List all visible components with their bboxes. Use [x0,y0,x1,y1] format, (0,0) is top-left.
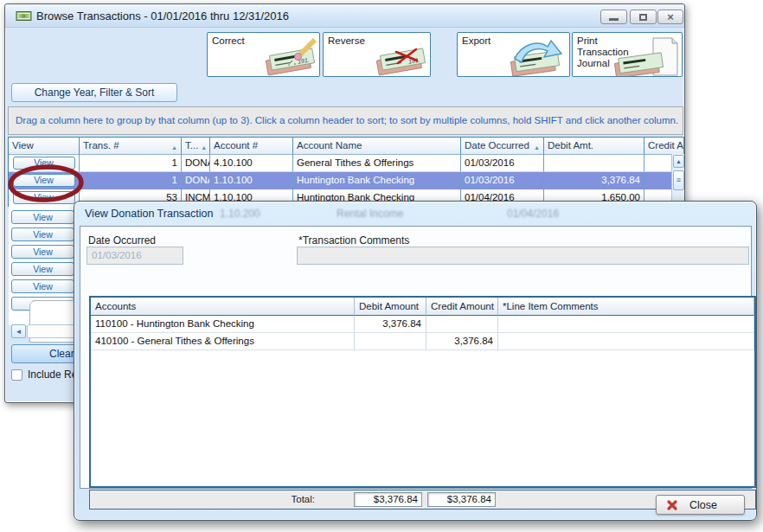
correct-icon: 191. [239,36,318,76]
table-row: 110100 - Huntington Bank Checking 3,376.… [91,316,754,333]
transactions-grid: View Trans. #▲ T...▲ Account # Account N… [8,137,684,207]
cell-comment [498,316,754,333]
dialog-title: View Donation Transaction [85,208,213,220]
screen: Browse Transactions - 01/01/2016 thru 12… [0,0,763,532]
reverse-icon: 191. [349,36,429,76]
scroll-up-button[interactable]: ▲ [673,155,684,168]
cell-date: 01/03/2016 [461,172,544,189]
total-label: Total: [246,494,315,504]
cell-debit: 3,376.84 [548,175,640,185]
cell-trans: 1 [83,157,177,168]
horizontal-scrollbar[interactable] [27,324,80,338]
transaction-comments-field [297,247,749,265]
close-window-button[interactable]: × [657,10,683,24]
cell-type: DONA [182,172,210,189]
export-button[interactable]: Export [457,32,570,77]
view-donation-transaction-dialog: View Donation Transaction 1.10.200 Renta… [74,201,757,521]
scroll-left-button[interactable]: ◄ [11,324,26,338]
close-x-icon [666,499,678,511]
column-header-line-item-comments[interactable]: *Line Item Comments [498,298,754,316]
cell-type: DONA [182,155,210,172]
line-items-table: Accounts Debit Amount Credit Amount *Lin… [89,296,756,488]
group-by-hint: Drag a column here to group by that colu… [9,107,683,125]
change-year-filter-sort-button[interactable]: Change Year, Filter & Sort [11,83,177,102]
group-by-panel[interactable]: Drag a column here to group by that colu… [8,106,683,135]
column-header-debit-amount[interactable]: Debit Amount [355,298,426,316]
maximize-button[interactable] [630,10,657,24]
window-title: Browse Transactions - 01/01/2016 thru 12… [36,10,289,22]
close-button-label: Close [689,499,717,511]
print-transaction-journal-icon [601,36,681,76]
line-items-header-row: Accounts Debit Amount Credit Amount *Lin… [91,298,754,316]
vertical-scrollbar[interactable]: ▲ ≡ [671,154,684,204]
date-occurred-label: Date Occurred [88,234,156,247]
include-reversed-checkbox[interactable] [11,369,22,381]
date-occurred-field: 01/03/2016 [87,247,183,265]
column-header-account-name[interactable]: Account Name [293,138,461,155]
cell-trans: 1 [83,175,177,185]
maximize-icon [639,14,647,21]
sort-asc-icon: ▲ [171,144,177,151]
total-debit-value: $3,376.84 [354,492,422,507]
correct-button[interactable]: Correct 191. [207,32,320,77]
view-button[interactable]: View [11,245,74,259]
red-ellipse-annotation [5,163,88,204]
cell-account: 110100 - Huntington Bank Checking [91,316,355,333]
minimize-icon [609,18,619,21]
table-row: 410100 - General Tithes & Offerings 3,37… [91,333,754,350]
close-button[interactable]: Close [656,495,745,515]
cell-account: 410100 - General Tithes & Offerings [91,333,355,350]
cell-credit [644,155,672,172]
column-header-view[interactable]: View [9,138,80,155]
reverse-button[interactable]: Reverse 191. [323,32,431,77]
cell-debit: 3,376.84 [359,318,421,329]
column-header-credit-amt[interactable]: Credit Am [644,138,684,155]
export-button-label: Export [462,35,490,47]
scrollbar-thumb[interactable]: ≡ [673,170,684,190]
minimize-button[interactable] [600,10,627,24]
ghost-row-name: Rental Income [337,208,403,220]
cell-account-name: General Tithes & Offerings [293,155,461,172]
column-header-type[interactable]: T...▲ [182,138,210,155]
view-button[interactable]: View [11,228,74,241]
ghost-row-account: 1.10.200 [220,208,260,220]
column-header-account-number[interactable]: Account # [210,138,293,155]
view-button[interactable]: View [11,262,74,276]
cell-date: 01/03/2016 [461,155,544,172]
cell-comment [498,333,754,350]
column-header-debit-amt[interactable]: Debit Amt. [544,138,644,155]
column-header-date-occurred[interactable]: Date Occurred▲ [461,138,544,155]
cell-credit: 3,376.84 [431,336,493,346]
transaction-comments-label: *Transaction Comments [298,234,409,247]
money-icon [16,10,33,22]
window-titlebar: Browse Transactions - 01/01/2016 thru 12… [5,4,684,28]
print-transaction-journal-button[interactable]: Print Transaction Journal [572,32,683,77]
cell-account: 1.10.100 [210,172,293,189]
column-header-trans[interactable]: Trans. #▲ [80,138,182,155]
cell-account: 4.10.100 [210,155,293,172]
sort-asc-icon: ▲ [534,144,540,151]
cell-account-name: Huntington Bank Checking [293,172,461,189]
table-row[interactable]: View 1 DONA 4.10.100 General Tithes & Of… [9,155,684,172]
dialog-content: Date Occurred 01/03/2016 *Transaction Co… [80,226,752,489]
total-credit-value: $3,376.84 [427,492,496,507]
cell-credit [644,172,672,189]
table-row-selected[interactable]: View 1 DONA 1.10.100 Huntington Bank Che… [9,172,684,189]
grid-header-row: View Trans. #▲ T...▲ Account # Account N… [9,138,684,155]
view-button[interactable]: View [11,279,74,293]
sort-asc-icon: ▲ [201,144,207,151]
export-icon [489,36,568,76]
ghost-row-date: 01/04/2016 [507,208,559,220]
column-header-credit-amount[interactable]: Credit Amount [426,298,498,316]
view-button[interactable]: View [11,210,74,224]
column-header-accounts[interactable]: Accounts [91,298,355,316]
